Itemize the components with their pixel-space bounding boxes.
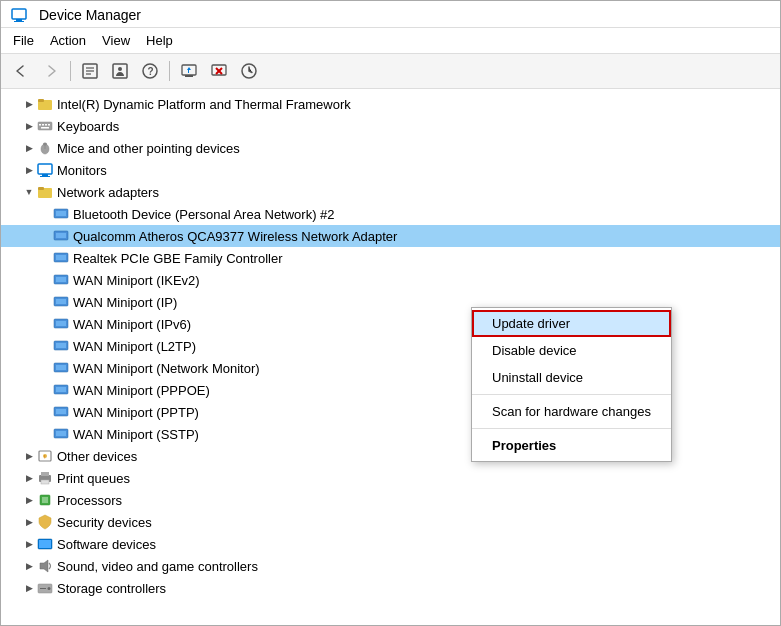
item-mice: Mice and other pointing devices [57,141,240,156]
back-button[interactable] [7,58,35,84]
list-item[interactable]: ▶ Processors [1,489,780,511]
expand-print[interactable]: ▶ [21,470,37,486]
properties-button[interactable] [76,58,104,84]
item-sound: Sound, video and game controllers [57,559,258,574]
item-wan-ipv6: WAN Miniport (IPv6) [73,317,191,332]
list-item[interactable]: WAN Miniport (IKEv2) [1,269,780,291]
list-item[interactable]: ▶ Intel(R) Dynamic Platform and Thermal … [1,93,780,115]
menu-bar: File Action View Help [1,28,780,54]
scan-changes-button[interactable] [235,58,263,84]
wan-icon-2 [53,294,69,310]
expand-processors[interactable]: ▶ [21,492,37,508]
item-wan-ikev2: WAN Miniport (IKEv2) [73,273,200,288]
list-item[interactable]: ▶ Storage controllers [1,577,780,599]
item-wan-sstp: WAN Miniport (SSTP) [73,427,199,442]
expand-other[interactable]: ▶ [21,448,37,464]
svg-rect-54 [56,431,66,436]
expand-network[interactable]: ▼ [21,184,37,200]
ctx-scan-hardware[interactable]: Scan for hardware changes [472,398,671,425]
expand-sound[interactable]: ▶ [21,558,37,574]
expand-intel[interactable]: ▶ [21,96,37,112]
svg-rect-18 [38,99,44,102]
menu-help[interactable]: Help [138,30,181,51]
network-folder-icon [37,184,53,200]
forward-button[interactable] [37,58,65,84]
svg-point-8 [118,67,122,71]
svg-rect-50 [56,387,66,392]
title-icon [11,7,27,23]
expand-mice[interactable]: ▶ [21,140,37,156]
list-item[interactable]: ▶ Keyboards [1,115,780,137]
list-item[interactable]: Qualcomm Atheros QCA9377 Wireless Networ… [1,225,780,247]
ctx-update-driver[interactable]: Update driver [472,310,671,337]
network-device-icon [53,206,69,222]
svg-rect-62 [42,497,48,503]
list-item[interactable]: ▶ Monitors [1,159,780,181]
svg-rect-24 [41,127,49,129]
item-wan-pptp: WAN Miniport (PPTP) [73,405,199,420]
menu-file[interactable]: File [5,30,42,51]
toolbar: ? [1,54,780,89]
uninstall-button[interactable] [205,58,233,84]
ctx-separator-2 [472,428,671,429]
other-devices-icon: ! [37,448,53,464]
item-realtek: Realtek PCIe GBE Family Controller [73,251,283,266]
svg-rect-52 [56,409,66,414]
item-print-queues: Print queues [57,471,130,486]
mouse-icon [37,140,53,156]
menu-view[interactable]: View [94,30,138,51]
wan-icon-1 [53,272,69,288]
keyboard-icon [37,118,53,134]
toolbar-sep-2 [169,61,170,81]
list-item[interactable]: ▼ Network adapters [1,181,780,203]
item-processors: Processors [57,493,122,508]
item-security-devices: Security devices [57,515,152,530]
item-intel-platform: Intel(R) Dynamic Platform and Thermal Fr… [57,97,351,112]
context-menu: Update driver Disable device Uninstall d… [471,307,672,462]
storage-icon [37,580,53,596]
expand-software[interactable]: ▶ [21,536,37,552]
svg-point-67 [48,587,51,590]
svg-rect-36 [56,233,66,238]
folder-icon [37,96,53,112]
security-icon [37,514,53,530]
svg-rect-0 [12,9,26,19]
list-item[interactable]: Bluetooth Device (Personal Area Network)… [1,203,780,225]
ctx-properties[interactable]: Properties [472,432,671,459]
svg-rect-64 [39,540,51,548]
svg-point-27 [43,143,47,146]
item-keyboards: Keyboards [57,119,119,134]
qualcomm-icon [53,228,69,244]
item-other-devices: Other devices [57,449,137,464]
list-item[interactable]: Realtek PCIe GBE Family Controller [1,247,780,269]
device-manager-window: Device Manager File Action View Help [0,0,781,626]
svg-rect-59 [41,472,49,476]
list-item[interactable]: ▶ Software devices [1,533,780,555]
driver-details-button[interactable] [106,58,134,84]
item-wan-pppoe: WAN Miniport (PPPOE) [73,383,210,398]
svg-rect-48 [56,365,66,370]
list-item[interactable]: ▶ Security devices [1,511,780,533]
expand-storage[interactable]: ▶ [21,580,37,596]
expand-keyboards[interactable]: ▶ [21,118,37,134]
expand-monitors[interactable]: ▶ [21,162,37,178]
ctx-disable-device[interactable]: Disable device [472,337,671,364]
item-software-devices: Software devices [57,537,156,552]
svg-rect-19 [38,122,52,130]
svg-rect-44 [56,321,66,326]
update-driver-button[interactable] [175,58,203,84]
expand-security[interactable]: ▶ [21,514,37,530]
svg-rect-60 [41,480,49,484]
svg-rect-1 [16,19,22,21]
list-item[interactable]: ▶ Sound, video and game controllers [1,555,780,577]
menu-action[interactable]: Action [42,30,94,51]
help-button[interactable]: ? [136,58,164,84]
svg-rect-40 [56,277,66,282]
list-item[interactable]: ▶ Mice and other pointing devices [1,137,780,159]
svg-rect-21 [42,124,44,126]
svg-rect-42 [56,299,66,304]
ctx-separator-1 [472,394,671,395]
svg-rect-34 [56,211,66,216]
ctx-uninstall-device[interactable]: Uninstall device [472,364,671,391]
list-item[interactable]: ▶ Print queues [1,467,780,489]
